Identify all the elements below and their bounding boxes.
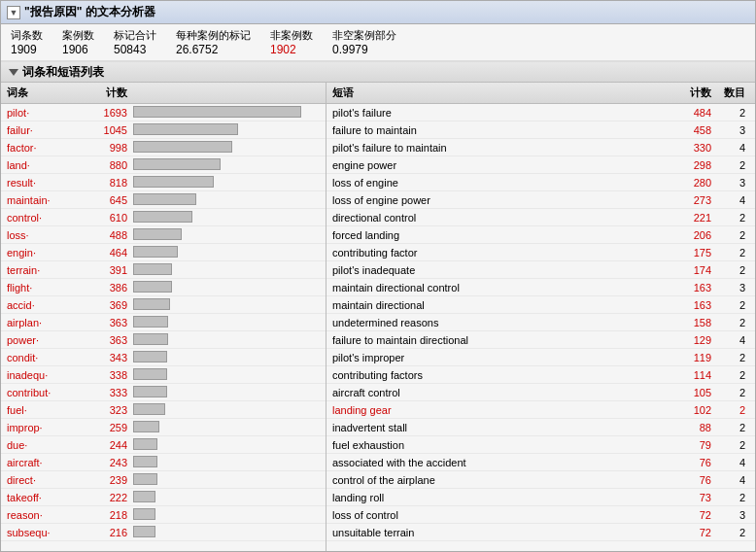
phrase-row[interactable]: contributing factors 114 2 bbox=[326, 366, 755, 384]
phrase-row[interactable]: contributing factor 175 2 bbox=[326, 244, 755, 261]
word-row[interactable]: reason· 218 bbox=[1, 506, 326, 524]
word-text: terrain· bbox=[7, 264, 85, 276]
stats-row: 词条数 1909 案例数 1906 标记合计 50843 每种案例的标记 26.… bbox=[1, 24, 755, 61]
word-bar-container bbox=[133, 386, 320, 399]
phrase-text: associated with the accident bbox=[332, 457, 667, 468]
word-row[interactable]: maintain· 645 bbox=[1, 191, 326, 209]
stat-non-empty: 非空案例部分 0.9979 bbox=[332, 28, 396, 56]
word-count: 363 bbox=[85, 334, 133, 346]
stat-label-1: 词条数 bbox=[11, 28, 43, 43]
phrase-text: pilot's improper bbox=[332, 352, 667, 363]
word-row[interactable]: power· 363 bbox=[1, 331, 326, 349]
phrase-text: forced landing bbox=[332, 229, 667, 241]
phrase-row[interactable]: pilot's failure to maintain 330 4 bbox=[326, 139, 755, 156]
word-row[interactable]: inadequ· 338 bbox=[1, 366, 326, 384]
word-row[interactable]: land· 880 bbox=[1, 156, 326, 174]
word-count: 645 bbox=[85, 194, 133, 206]
word-row[interactable]: airplan· 363 bbox=[1, 314, 326, 331]
phrase-num: 2 bbox=[715, 527, 749, 538]
phrase-row[interactable]: pilot's inadequate 174 2 bbox=[326, 261, 755, 279]
phrase-row[interactable]: forced landing 206 2 bbox=[326, 226, 755, 244]
word-row[interactable]: flight· 386 bbox=[1, 279, 326, 296]
word-text: factor· bbox=[7, 142, 85, 154]
words-col-count: 计数 bbox=[85, 86, 133, 100]
phrase-num: 2 bbox=[715, 317, 749, 328]
word-text: loss· bbox=[7, 229, 85, 241]
phrase-num: 2 bbox=[715, 264, 749, 276]
stat-non-case: 非案例数 1902 bbox=[270, 28, 313, 56]
word-bar-container bbox=[133, 176, 320, 190]
word-count: 239 bbox=[85, 474, 133, 486]
stat-val-1: 1909 bbox=[11, 43, 43, 56]
phrase-num: 3 bbox=[715, 509, 749, 521]
phrases-col-count: 计数 bbox=[667, 86, 715, 100]
phrase-text: failure to maintain bbox=[332, 124, 667, 136]
phrase-row[interactable]: control of the airplane 76 4 bbox=[326, 471, 755, 489]
word-bar-container bbox=[133, 403, 320, 417]
phrase-row[interactable]: unsuitable terrain 72 2 bbox=[326, 524, 755, 541]
phrase-count: 114 bbox=[667, 369, 715, 381]
phrase-row[interactable]: landing roll 73 2 bbox=[326, 489, 755, 506]
phrases-col-num: 数目 bbox=[715, 86, 749, 100]
phrase-row[interactable]: failure to maintain directional 129 4 bbox=[326, 331, 755, 349]
word-row[interactable]: result· 818 bbox=[1, 174, 326, 191]
word-text: flight· bbox=[7, 282, 85, 293]
section-header[interactable]: 词条和短语列表 bbox=[1, 61, 755, 83]
word-bar-container bbox=[133, 263, 320, 277]
word-row[interactable]: failur· 1045 bbox=[1, 121, 326, 139]
phrase-num: 2 bbox=[715, 229, 749, 241]
phrase-row[interactable]: aircraft control 105 2 bbox=[326, 384, 755, 401]
word-count: 818 bbox=[85, 177, 133, 189]
word-row[interactable]: takeoff· 222 bbox=[1, 489, 326, 506]
words-table-body[interactable]: pilot· 1693 failur· 1045 factor· 998 lan… bbox=[1, 104, 326, 551]
word-row[interactable]: factor· 998 bbox=[1, 139, 326, 156]
phrase-text: pilot's failure to maintain bbox=[332, 142, 667, 154]
phrase-count: 280 bbox=[667, 177, 715, 189]
word-row[interactable]: due· 244 bbox=[1, 436, 326, 454]
word-count: 216 bbox=[85, 527, 133, 538]
phrase-count: 484 bbox=[667, 107, 715, 119]
phrase-num: 2 bbox=[715, 159, 749, 171]
word-row[interactable]: pilot· 1693 bbox=[1, 104, 326, 121]
phrase-row[interactable]: failure to maintain 458 3 bbox=[326, 121, 755, 139]
phrase-text: inadvertent stall bbox=[332, 422, 667, 433]
word-row[interactable]: control· 610 bbox=[1, 209, 326, 226]
phrase-row[interactable]: pilot's improper 119 2 bbox=[326, 349, 755, 366]
phrase-row[interactable]: landing gear 102 2 bbox=[326, 401, 755, 419]
phrase-row[interactable]: undetermined reasons 158 2 bbox=[326, 314, 755, 331]
phrase-row[interactable]: directional control 221 2 bbox=[326, 209, 755, 226]
phrases-table-body[interactable]: pilot's failure 484 2 failure to maintai… bbox=[326, 104, 755, 551]
word-row[interactable]: engin· 464 bbox=[1, 244, 326, 261]
phrase-row[interactable]: pilot's failure 484 2 bbox=[326, 104, 755, 121]
word-row[interactable]: accid· 369 bbox=[1, 296, 326, 314]
word-text: improp· bbox=[7, 422, 85, 433]
phrase-text: maintain directional bbox=[332, 299, 667, 311]
word-row[interactable]: contribut· 333 bbox=[1, 384, 326, 401]
word-bar bbox=[133, 526, 155, 537]
word-row[interactable]: subsequ· 216 bbox=[1, 524, 326, 541]
phrase-row[interactable]: fuel exhaustion 79 2 bbox=[326, 436, 755, 454]
word-bar-container bbox=[133, 508, 320, 522]
phrase-num: 4 bbox=[715, 474, 749, 486]
word-row[interactable]: direct· 239 bbox=[1, 471, 326, 489]
phrase-row[interactable]: loss of engine power 273 4 bbox=[326, 191, 755, 209]
word-row[interactable]: terrain· 391 bbox=[1, 261, 326, 279]
phrase-row[interactable]: associated with the accident 76 4 bbox=[326, 454, 755, 471]
word-row[interactable]: fuel· 323 bbox=[1, 401, 326, 419]
word-row[interactable]: condit· 343 bbox=[1, 349, 326, 366]
word-text: condit· bbox=[7, 352, 85, 363]
phrase-num: 4 bbox=[715, 194, 749, 206]
word-row[interactable]: loss· 488 bbox=[1, 226, 326, 244]
phrase-row[interactable]: maintain directional 163 2 bbox=[326, 296, 755, 314]
section-content: 词条 计数 pilot· 1693 failur· 1045 factor· 9… bbox=[1, 83, 755, 551]
word-row[interactable]: improp· 259 bbox=[1, 419, 326, 436]
phrase-row[interactable]: engine power 298 2 bbox=[326, 156, 755, 174]
phrase-text: loss of engine bbox=[332, 177, 667, 189]
word-row[interactable]: aircraft· 243 bbox=[1, 454, 326, 471]
phrase-row[interactable]: maintain directional control 163 3 bbox=[326, 279, 755, 296]
word-count: 998 bbox=[85, 142, 133, 154]
phrase-row[interactable]: inadvertent stall 88 2 bbox=[326, 419, 755, 436]
phrase-row[interactable]: loss of engine 280 3 bbox=[326, 174, 755, 191]
phrase-row[interactable]: loss of control 72 3 bbox=[326, 506, 755, 524]
word-bar bbox=[133, 263, 172, 275]
